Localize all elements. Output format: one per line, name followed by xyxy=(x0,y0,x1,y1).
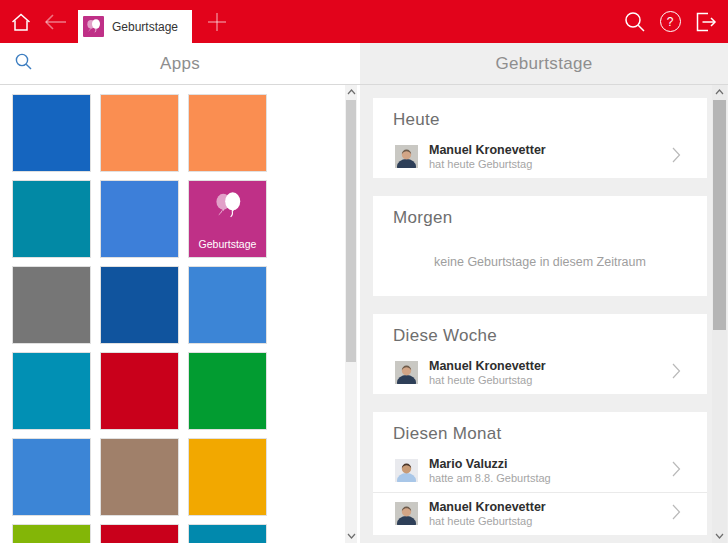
section-title: Diese Woche xyxy=(373,314,707,352)
app-tile[interactable] xyxy=(189,95,266,171)
scroll-up-icon[interactable] xyxy=(345,85,357,99)
birthdays-panel-header: Geburtstage xyxy=(360,43,728,85)
chevron-right-icon xyxy=(671,504,681,524)
app-tile-grid: Geburtstage xyxy=(0,85,360,543)
app-tile[interactable] xyxy=(13,525,90,543)
chevron-right-icon xyxy=(671,147,681,167)
app-tile[interactable] xyxy=(13,181,90,257)
birthdays-app-icon xyxy=(83,16,104,37)
birthday-info: hatte am 8.8. Geburtstag xyxy=(429,472,671,484)
help-glyph: ? xyxy=(660,11,681,32)
scroll-down-icon[interactable] xyxy=(712,529,727,543)
chevron-right-icon xyxy=(671,363,681,383)
person-name: Manuel Kronevetter xyxy=(429,143,671,157)
app-tile[interactable] xyxy=(189,353,266,429)
birthdays-panel-body: Heute Manuel Kronevetter hat heute Gebur… xyxy=(360,85,728,543)
app-tile[interactable] xyxy=(101,525,178,543)
help-icon[interactable]: ? xyxy=(657,9,683,35)
tab-label: Geburtstage xyxy=(112,20,178,34)
app-tile[interactable] xyxy=(101,353,178,429)
birthday-info: hat heute Geburtstag xyxy=(429,158,671,170)
birthday-info: hat heute Geburtstag xyxy=(429,374,671,386)
topbar: Geburtstage ? xyxy=(0,0,728,43)
chevron-right-icon xyxy=(671,461,681,481)
app-tile[interactable] xyxy=(189,525,266,543)
app-tile[interactable] xyxy=(13,95,90,171)
logout-icon[interactable] xyxy=(692,9,718,35)
home-icon[interactable] xyxy=(8,9,34,35)
tab-geburtstage[interactable]: Geburtstage xyxy=(78,10,192,43)
birthdays-scrollbar[interactable] xyxy=(712,85,727,543)
avatar xyxy=(395,502,418,525)
birthdays-panel: Geburtstage Heute Manuel Kronevetter hat… xyxy=(360,43,728,543)
section-title: Diesen Monat xyxy=(373,412,707,450)
app-tile[interactable] xyxy=(101,95,178,171)
section-title: Morgen xyxy=(373,196,707,234)
scroll-up-icon[interactable] xyxy=(712,85,727,99)
app-tile[interactable] xyxy=(13,439,90,515)
apps-search-icon[interactable] xyxy=(14,52,33,75)
scroll-down-icon[interactable] xyxy=(345,529,357,543)
app-tile[interactable] xyxy=(101,267,178,343)
app-tile-geburtstage[interactable]: Geburtstage xyxy=(189,181,266,257)
app-tile[interactable] xyxy=(189,267,266,343)
apps-scrollbar[interactable] xyxy=(345,85,357,543)
apps-panel: Apps Geburtstage xyxy=(0,43,360,543)
app-tile[interactable] xyxy=(101,181,178,257)
app-window: Geburtstage ? xyxy=(0,0,728,543)
empty-section-text: keine Geburtstage in diesem Zeitraum xyxy=(373,234,707,296)
person-name: Mario Valuzzi xyxy=(429,457,671,471)
birthday-entry[interactable]: Manuel Kronevetter hat heute Geburtstag xyxy=(373,136,707,178)
birthday-entry[interactable]: Manuel Kronevetter hat heute Geburtstag xyxy=(373,492,707,535)
app-tile[interactable] xyxy=(101,439,178,515)
add-tab-icon[interactable] xyxy=(204,9,230,35)
birthday-info: hat heute Geburtstag xyxy=(429,515,671,527)
apps-panel-header: Apps xyxy=(0,43,360,85)
scrollbar-thumb[interactable] xyxy=(346,100,356,362)
app-tile[interactable] xyxy=(13,353,90,429)
birthdays-panel-title: Geburtstage xyxy=(360,54,728,74)
birthday-section-card: Morgenkeine Geburtstage in diesem Zeitra… xyxy=(373,196,707,296)
app-tile-label: Geburtstage xyxy=(189,238,266,250)
balloons-icon xyxy=(189,190,266,222)
search-icon[interactable] xyxy=(622,9,648,35)
birthday-entry[interactable]: Manuel Kronevetter hat heute Geburtstag xyxy=(373,352,707,394)
birthday-entry[interactable]: Mario Valuzzi hatte am 8.8. Geburtstag xyxy=(373,450,707,492)
person-name: Manuel Kronevetter xyxy=(429,500,671,514)
back-icon[interactable] xyxy=(42,9,68,35)
app-tile[interactable] xyxy=(189,439,266,515)
avatar xyxy=(395,459,418,482)
avatar xyxy=(395,361,418,384)
avatar xyxy=(395,145,418,168)
apps-panel-title: Apps xyxy=(0,54,360,74)
section-title: Heute xyxy=(373,98,707,136)
birthday-sections: Heute Manuel Kronevetter hat heute Gebur… xyxy=(360,85,728,535)
app-tile[interactable] xyxy=(13,267,90,343)
apps-panel-body: Geburtstage xyxy=(0,85,360,543)
person-name: Manuel Kronevetter xyxy=(429,359,671,373)
birthday-section-card: Diesen Monat Mario Valuzzi hatte am 8.8.… xyxy=(373,412,707,535)
birthday-section-card: Heute Manuel Kronevetter hat heute Gebur… xyxy=(373,98,707,178)
birthday-section-card: Diese Woche Manuel Kronevetter hat heute… xyxy=(373,314,707,394)
scrollbar-thumb[interactable] xyxy=(713,100,726,330)
